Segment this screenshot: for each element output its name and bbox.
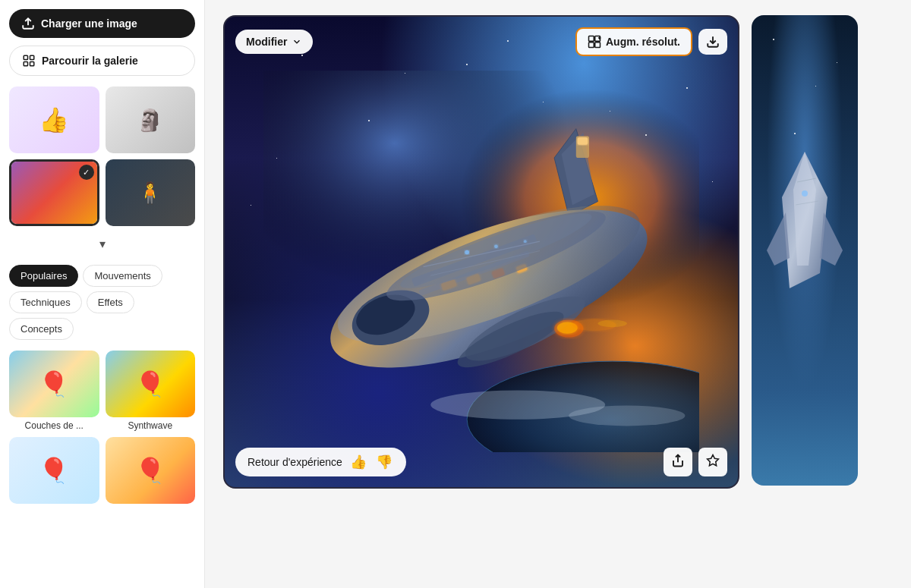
style-4[interactable]: 🎈 [106, 437, 196, 504]
style-couches[interactable]: 🎈 Couches de ... [9, 351, 99, 431]
main-image-background [225, 17, 738, 487]
main-content: Modifier Augm. résolut. [205, 0, 911, 588]
filter-tags: Populaires Mouvements Techniques Effets … [9, 265, 195, 340]
share-button[interactable] [664, 448, 692, 476]
gallery-button[interactable]: Parcourir la galerie [9, 46, 195, 76]
augm-label: Augm. résolut. [606, 36, 680, 48]
svg-rect-42 [595, 42, 601, 48]
tag-populaires[interactable]: Populaires [9, 265, 78, 287]
style-label-synthwave: Synthwave [106, 420, 196, 431]
thumbnail-3[interactable]: ✓ [9, 159, 99, 226]
selected-check: ✓ [79, 165, 94, 180]
svg-rect-39 [588, 36, 594, 42]
augment-resolution-button[interactable]: Augm. résolut. [575, 27, 692, 56]
star-icon [706, 454, 720, 467]
style-thumb-4: 🎈 [106, 437, 196, 504]
chevron-button[interactable]: ▾ [99, 237, 106, 251]
card-top-bar: Modifier Augm. résolut. [235, 27, 727, 56]
thumbnail-2[interactable]: 🗿 [106, 86, 196, 153]
feedback-bar: Retour d'expérience 👍 👎 [235, 448, 406, 476]
share-icon [671, 454, 685, 467]
side-image-card [752, 15, 858, 486]
expand-section: ▾ [9, 234, 195, 254]
tag-mouvements[interactable]: Mouvements [83, 265, 162, 287]
svg-marker-46 [708, 455, 719, 466]
dropdown-chevron-icon [292, 36, 302, 47]
svg-rect-41 [588, 42, 594, 48]
stars-decoration [225, 17, 738, 487]
card-top-right-actions: Augm. résolut. [575, 27, 727, 56]
svg-rect-3 [24, 62, 27, 66]
tag-concepts[interactable]: Concepts [9, 318, 74, 340]
svg-rect-1 [24, 55, 27, 59]
style-grid: 🎈 Couches de ... 🎈 Synthwave 🎈 🎈 [9, 351, 195, 504]
svg-rect-2 [30, 55, 34, 59]
upload-icon [21, 17, 35, 30]
thumbnail-grid: 👍 🗿 ✓ 🧍 [9, 86, 195, 226]
gallery-icon [22, 54, 36, 68]
style-thumb-3: 🎈 [9, 437, 99, 504]
action-icons [664, 448, 727, 476]
thumbnail-1[interactable]: 👍 [9, 86, 99, 153]
chevron-down-icon: ▾ [99, 237, 106, 250]
modify-button[interactable]: Modifier [235, 30, 313, 54]
main-image-card: Modifier Augm. résolut. [223, 15, 739, 489]
dislike-button[interactable]: 👎 [374, 454, 394, 470]
style-thumb-couches: 🎈 [9, 351, 99, 417]
like-button[interactable]: 👍 [348, 454, 368, 470]
card-bottom-bar: Retour d'expérience 👍 👎 [235, 448, 727, 476]
favorite-button[interactable] [698, 448, 727, 476]
upload-button[interactable]: Charger une image [9, 9, 195, 38]
side-stars [752, 15, 858, 486]
style-synthwave[interactable]: 🎈 Synthwave [106, 351, 196, 431]
feedback-label: Retour d'expérience [247, 456, 342, 468]
thumbnail-4[interactable]: 🧍 [106, 159, 196, 226]
style-label-couches: Couches de ... [9, 420, 99, 431]
sidebar: Charger une image Parcourir la galerie 👍… [0, 0, 205, 588]
modify-label: Modifier [246, 36, 287, 48]
download-icon [706, 35, 720, 49]
tag-techniques[interactable]: Techniques [9, 291, 82, 313]
style-3[interactable]: 🎈 [9, 437, 99, 504]
svg-rect-4 [30, 62, 34, 66]
download-button[interactable] [698, 29, 727, 55]
tag-effets[interactable]: Effets [87, 291, 134, 313]
upscale-icon [588, 35, 601, 49]
style-thumb-synthwave: 🎈 [106, 351, 196, 417]
